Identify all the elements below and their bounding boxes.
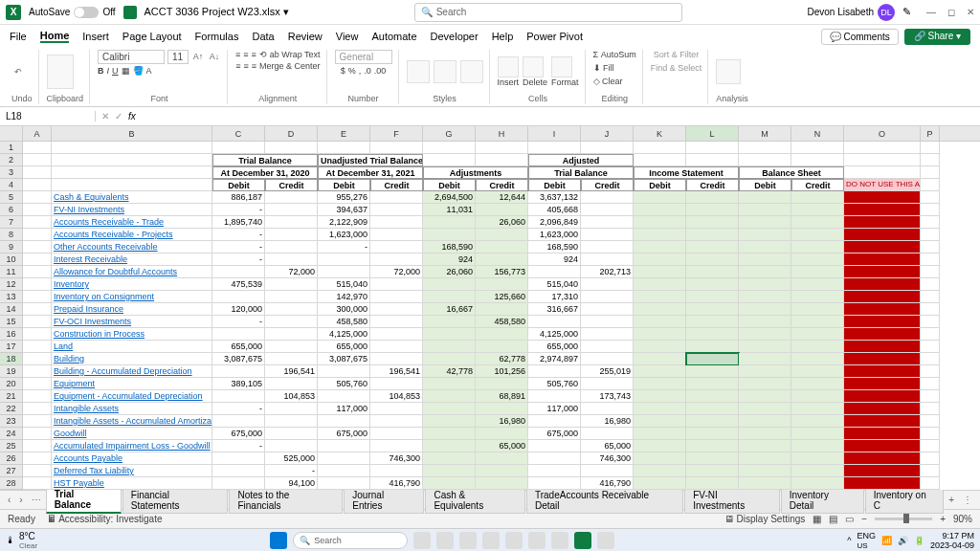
cell-A22[interactable] [23,403,52,415]
cell-H27[interactable] [476,465,528,477]
sort-filter-button[interactable]: Sort & Filter [654,50,700,59]
row-header-11[interactable]: 11 [0,266,23,278]
cell-C25[interactable]: - [212,440,265,452]
row-header-17[interactable]: 17 [0,341,23,353]
cell-G10[interactable]: 924 [423,253,476,266]
cell-D18[interactable] [265,353,318,365]
taskbar-app-6[interactable] [528,532,546,549]
cell-D8[interactable] [265,229,318,241]
cell-J14[interactable] [581,303,634,316]
cell-D6[interactable] [265,204,318,216]
cell-E16[interactable]: 4,125,000 [318,328,370,341]
delete-cells-button[interactable] [523,56,544,77]
cell-A7[interactable] [23,216,52,229]
cell-O27[interactable] [844,465,921,477]
cell-A23[interactable] [23,415,52,428]
cell-F7[interactable] [370,216,423,229]
cell-B9[interactable]: Other Accounts Receivable [52,241,212,253]
cell-F27[interactable] [370,465,423,477]
cell-M17[interactable] [739,341,791,353]
cell-H13[interactable]: 125,660 [476,291,528,303]
cell-D1[interactable] [265,142,318,154]
cell-G4[interactable]: Debit [423,179,476,191]
cell-G20[interactable] [423,378,476,390]
cell-I8[interactable]: 1,623,000 [528,229,581,241]
cell-P5[interactable] [921,191,940,204]
cell-G8[interactable] [423,229,476,241]
cell-H19[interactable]: 101,256 [476,365,528,378]
view-normal-icon[interactable]: ▦ [813,514,821,524]
view-page-icon[interactable]: ▤ [829,514,837,524]
cell-L8[interactable] [686,229,739,241]
cell-I18[interactable]: 2,974,897 [528,353,581,365]
cell-A5[interactable] [23,191,52,204]
cell-A8[interactable] [23,229,52,241]
add-sheet-button[interactable]: + [945,495,958,505]
currency-icon[interactable]: $ [341,66,345,76]
cell-M9[interactable] [739,241,791,253]
cell-D26[interactable]: 525,000 [265,452,318,465]
format-table-icon[interactable] [434,60,457,83]
cell-B24[interactable]: Goodwill [52,428,212,440]
share-button[interactable]: 🔗 Share ▾ [904,29,970,45]
start-icon[interactable] [270,532,287,549]
cell-O13[interactable] [844,291,921,303]
cell-D14[interactable] [265,303,318,316]
cell-G17[interactable] [423,341,476,353]
row-header-15[interactable]: 15 [0,316,23,328]
cell-J12[interactable] [581,278,634,291]
bold-button[interactable]: B [98,66,104,76]
cell-M20[interactable] [739,378,791,390]
cell-N14[interactable] [791,303,844,316]
cell-D10[interactable] [265,253,318,266]
row-header-9[interactable]: 9 [0,241,23,253]
clear-button[interactable]: ◇ Clear [593,77,623,86]
cell-K25[interactable] [634,440,686,452]
sheet-tab-7[interactable]: Inventory Detail [781,487,864,514]
cell-L13[interactable] [686,291,739,303]
cell-F13[interactable] [370,291,423,303]
cell-C13[interactable] [212,291,265,303]
cell-E24[interactable]: 675,000 [318,428,370,440]
row-header-14[interactable]: 14 [0,303,23,316]
cell-D9[interactable] [265,241,318,253]
row-header-10[interactable]: 10 [0,253,23,266]
cell-F26[interactable]: 746,300 [370,452,423,465]
cell-D27[interactable]: - [265,465,318,477]
cell-C11[interactable] [212,266,265,278]
cell-L26[interactable] [686,452,739,465]
italic-button[interactable]: I [107,66,110,76]
col-header-I[interactable]: I [528,126,581,141]
number-format[interactable]: General [335,50,392,64]
col-header-D[interactable]: D [265,126,318,141]
cell-I7[interactable]: 2,096,849 [528,216,581,229]
cell-D17[interactable] [265,341,318,353]
row-header-22[interactable]: 22 [0,403,23,415]
row-header-23[interactable]: 23 [0,415,23,428]
zoom-slider[interactable] [875,518,932,520]
cell-O24[interactable] [844,428,921,440]
cell-I26[interactable] [528,452,581,465]
sheet-tab-4[interactable]: Cash & Equivalents [425,487,525,514]
cell-P12[interactable] [921,278,940,291]
cell-N21[interactable] [791,390,844,403]
cell-P6[interactable] [921,204,940,216]
cell-O20[interactable] [844,378,921,390]
cell-C7[interactable]: 1,895,740 [212,216,265,229]
fx-icon[interactable]: fx [128,111,136,121]
cell-L1[interactable] [686,142,739,154]
cell-F10[interactable] [370,253,423,266]
cell-F17[interactable] [370,341,423,353]
cell-P16[interactable] [921,328,940,341]
cell-K15[interactable] [634,316,686,328]
cell-M8[interactable] [739,229,791,241]
cell-F25[interactable] [370,440,423,452]
cell-M23[interactable] [739,415,791,428]
cell-M12[interactable] [739,278,791,291]
cell-K17[interactable] [634,341,686,353]
tray-date[interactable]: 2023-04-09 [930,540,974,550]
sheet-tab-1[interactable]: Financial Statements [122,487,229,514]
cell-M28[interactable] [739,477,791,490]
cell-B5[interactable]: Cash & Equivalents [52,191,212,204]
cell-K3[interactable]: Income Statement [634,166,739,179]
